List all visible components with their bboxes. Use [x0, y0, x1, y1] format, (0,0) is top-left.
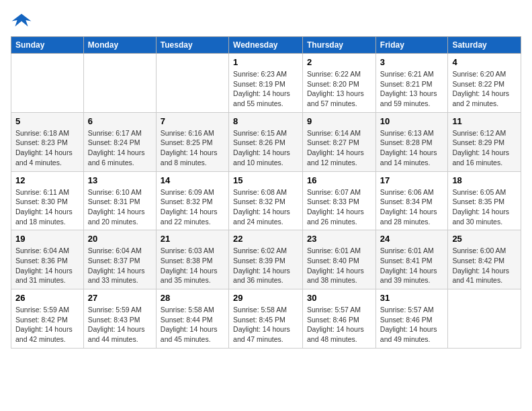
day-number: 6 — [88, 116, 152, 126]
calendar-cell: 27Sunrise: 5:59 AMSunset: 8:43 PMDayligh… — [83, 289, 156, 349]
calendar-body: 1Sunrise: 6:23 AMSunset: 8:19 PMDaylight… — [11, 54, 521, 349]
day-info: Sunrise: 5:59 AMSunset: 8:43 PMDaylight:… — [88, 305, 152, 345]
day-info: Sunrise: 6:01 AMSunset: 8:41 PMDaylight:… — [380, 246, 444, 285]
day-info: Sunrise: 6:12 AMSunset: 8:29 PMDaylight:… — [452, 128, 517, 168]
calendar-cell: 19Sunrise: 6:04 AMSunset: 8:36 PMDayligh… — [11, 230, 84, 289]
day-info: Sunrise: 6:03 AMSunset: 8:38 PMDaylight:… — [161, 246, 224, 285]
calendar-cell: 10Sunrise: 6:13 AMSunset: 8:28 PMDayligh… — [375, 112, 448, 171]
calendar-cell: 14Sunrise: 6:09 AMSunset: 8:32 PMDayligh… — [156, 171, 228, 230]
day-info: Sunrise: 6:22 AMSunset: 8:20 PMDaylight:… — [307, 69, 371, 109]
calendar-cell: 2Sunrise: 6:22 AMSunset: 8:20 PMDaylight… — [303, 54, 376, 113]
day-info: Sunrise: 6:09 AMSunset: 8:32 PMDaylight:… — [161, 187, 224, 227]
weekday-header-saturday: Saturday — [448, 37, 521, 54]
day-number: 10 — [380, 116, 444, 126]
day-info: Sunrise: 5:58 AMSunset: 8:45 PMDaylight:… — [233, 305, 298, 345]
day-info: Sunrise: 6:04 AMSunset: 8:36 PMDaylight:… — [15, 246, 79, 285]
day-number: 8 — [233, 116, 298, 126]
day-info: Sunrise: 6:21 AMSunset: 8:21 PMDaylight:… — [380, 69, 444, 109]
calendar-cell: 12Sunrise: 6:11 AMSunset: 8:30 PMDayligh… — [11, 171, 84, 230]
calendar-cell: 7Sunrise: 6:16 AMSunset: 8:25 PMDaylight… — [156, 112, 228, 171]
calendar-cell: 18Sunrise: 6:05 AMSunset: 8:35 PMDayligh… — [448, 171, 521, 230]
day-number: 22 — [233, 234, 298, 244]
day-info: Sunrise: 6:13 AMSunset: 8:28 PMDaylight:… — [380, 128, 444, 168]
day-info: Sunrise: 6:11 AMSunset: 8:30 PMDaylight:… — [15, 187, 79, 227]
day-info: Sunrise: 6:20 AMSunset: 8:22 PMDaylight:… — [452, 69, 517, 109]
day-number: 2 — [307, 57, 371, 67]
day-number: 3 — [380, 57, 444, 67]
calendar-cell: 30Sunrise: 5:57 AMSunset: 8:46 PMDayligh… — [303, 289, 376, 349]
calendar-cell: 6Sunrise: 6:17 AMSunset: 8:24 PMDaylight… — [83, 112, 156, 171]
day-number: 27 — [88, 293, 152, 303]
day-info: Sunrise: 5:59 AMSunset: 8:42 PMDaylight:… — [15, 305, 79, 345]
calendar-week-5: 26Sunrise: 5:59 AMSunset: 8:42 PMDayligh… — [11, 289, 521, 349]
calendar-cell: 17Sunrise: 6:06 AMSunset: 8:34 PMDayligh… — [375, 171, 448, 230]
weekday-header-thursday: Thursday — [303, 37, 376, 54]
day-number: 4 — [452, 57, 517, 67]
calendar-cell: 24Sunrise: 6:01 AMSunset: 8:41 PMDayligh… — [375, 230, 448, 289]
day-number: 24 — [380, 234, 444, 244]
day-info: Sunrise: 6:23 AMSunset: 8:19 PMDaylight:… — [233, 69, 298, 109]
day-info: Sunrise: 6:08 AMSunset: 8:32 PMDaylight:… — [233, 187, 298, 227]
calendar-week-2: 5Sunrise: 6:18 AMSunset: 8:23 PMDaylight… — [11, 112, 521, 171]
day-info: Sunrise: 6:18 AMSunset: 8:23 PMDaylight:… — [15, 128, 79, 168]
weekday-row: SundayMondayTuesdayWednesdayThursdayFrid… — [11, 37, 521, 54]
day-number: 31 — [380, 293, 444, 303]
day-number: 12 — [15, 175, 79, 185]
calendar-cell — [156, 54, 228, 113]
calendar-cell: 31Sunrise: 5:57 AMSunset: 8:46 PMDayligh… — [375, 289, 448, 349]
calendar-cell: 9Sunrise: 6:14 AMSunset: 8:27 PMDaylight… — [303, 112, 376, 171]
day-info: Sunrise: 6:01 AMSunset: 8:40 PMDaylight:… — [307, 246, 371, 285]
day-number: 21 — [161, 234, 224, 244]
day-info: Sunrise: 5:57 AMSunset: 8:46 PMDaylight:… — [380, 305, 444, 345]
day-number: 30 — [307, 293, 371, 303]
day-info: Sunrise: 6:07 AMSunset: 8:33 PMDaylight:… — [307, 187, 371, 227]
calendar-cell: 21Sunrise: 6:03 AMSunset: 8:38 PMDayligh… — [156, 230, 228, 289]
calendar-cell — [11, 54, 84, 113]
weekday-header-tuesday: Tuesday — [156, 37, 228, 54]
day-info: Sunrise: 6:16 AMSunset: 8:25 PMDaylight:… — [161, 128, 224, 168]
calendar-cell: 1Sunrise: 6:23 AMSunset: 8:19 PMDaylight… — [229, 54, 303, 113]
weekday-header-friday: Friday — [375, 37, 448, 54]
day-info: Sunrise: 6:02 AMSunset: 8:39 PMDaylight:… — [233, 246, 298, 285]
calendar-week-1: 1Sunrise: 6:23 AMSunset: 8:19 PMDaylight… — [11, 54, 521, 113]
day-number: 18 — [452, 175, 517, 185]
day-number: 19 — [15, 234, 79, 244]
day-number: 7 — [161, 116, 224, 126]
day-info: Sunrise: 6:06 AMSunset: 8:34 PMDaylight:… — [380, 187, 444, 227]
calendar-cell: 8Sunrise: 6:15 AMSunset: 8:26 PMDaylight… — [229, 112, 303, 171]
calendar-cell: 11Sunrise: 6:12 AMSunset: 8:29 PMDayligh… — [448, 112, 521, 171]
day-number: 13 — [88, 175, 152, 185]
day-number: 15 — [233, 175, 298, 185]
day-number: 28 — [161, 293, 224, 303]
day-info: Sunrise: 6:05 AMSunset: 8:35 PMDaylight:… — [452, 187, 517, 227]
day-number: 16 — [307, 175, 371, 185]
day-number: 1 — [233, 57, 298, 67]
calendar-cell: 22Sunrise: 6:02 AMSunset: 8:39 PMDayligh… — [229, 230, 303, 289]
day-info: Sunrise: 6:17 AMSunset: 8:24 PMDaylight:… — [88, 128, 152, 168]
calendar-header: SundayMondayTuesdayWednesdayThursdayFrid… — [11, 37, 521, 54]
day-number: 23 — [307, 234, 371, 244]
day-info: Sunrise: 6:00 AMSunset: 8:42 PMDaylight:… — [452, 246, 517, 285]
page-header — [11, 11, 521, 30]
calendar-cell: 4Sunrise: 6:20 AMSunset: 8:22 PMDaylight… — [448, 54, 521, 113]
day-number: 14 — [161, 175, 224, 185]
logo-icon — [11, 11, 32, 30]
calendar-table: SundayMondayTuesdayWednesdayThursdayFrid… — [11, 36, 521, 349]
day-number: 11 — [452, 116, 517, 126]
calendar-cell: 13Sunrise: 6:10 AMSunset: 8:31 PMDayligh… — [83, 171, 156, 230]
calendar-cell: 3Sunrise: 6:21 AMSunset: 8:21 PMDaylight… — [375, 54, 448, 113]
calendar-cell: 26Sunrise: 5:59 AMSunset: 8:42 PMDayligh… — [11, 289, 84, 349]
calendar-cell: 20Sunrise: 6:04 AMSunset: 8:37 PMDayligh… — [83, 230, 156, 289]
logo — [11, 11, 35, 30]
weekday-header-wednesday: Wednesday — [229, 37, 303, 54]
day-number: 29 — [233, 293, 298, 303]
calendar-cell: 29Sunrise: 5:58 AMSunset: 8:45 PMDayligh… — [229, 289, 303, 349]
calendar-week-4: 19Sunrise: 6:04 AMSunset: 8:36 PMDayligh… — [11, 230, 521, 289]
day-info: Sunrise: 6:14 AMSunset: 8:27 PMDaylight:… — [307, 128, 371, 168]
day-number: 5 — [15, 116, 79, 126]
day-info: Sunrise: 6:04 AMSunset: 8:37 PMDaylight:… — [88, 246, 152, 285]
calendar-cell: 15Sunrise: 6:08 AMSunset: 8:32 PMDayligh… — [229, 171, 303, 230]
calendar-cell: 16Sunrise: 6:07 AMSunset: 8:33 PMDayligh… — [303, 171, 376, 230]
day-info: Sunrise: 5:58 AMSunset: 8:44 PMDaylight:… — [161, 305, 224, 345]
day-number: 25 — [452, 234, 517, 244]
